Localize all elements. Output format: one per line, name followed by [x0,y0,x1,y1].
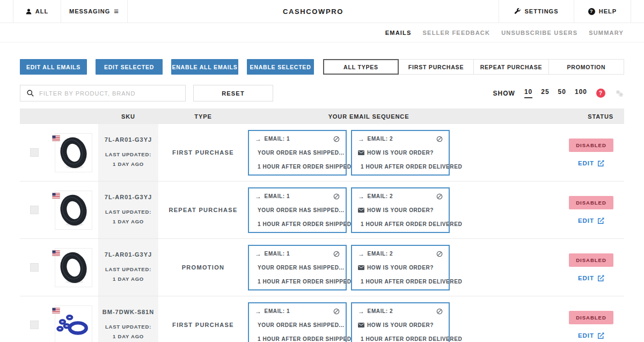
email-card-2: → EMAIL: 2 HOW IS YOUR ORDER? 1 HOUR AFT… [351,245,450,290]
row-checkbox[interactable] [30,263,39,272]
status-badge: DISABLED [569,311,613,324]
product-image-black-ring [56,249,91,286]
show-option[interactable]: 50 [558,88,566,98]
email-card-1: → EMAIL: 1 YOUR ORDER HAS SHIPPED... 1 H… [248,302,347,342]
type-filter-repeat-purchase[interactable]: REPEAT PURCHASE [473,59,549,75]
block-icon [333,251,340,257]
block-icon [436,193,443,200]
email-timing: 1 HOUR AFTER ORDER DELIVERED [361,164,462,170]
tab-summary[interactable]: SUMMARY [589,30,624,36]
section-tabs: EMAILS SELLER FEEDBACK UNSUBSCRIBE USERS… [0,23,644,42]
email-title: EMAIL: 2 [368,251,393,257]
all-label: ALL [35,8,48,14]
edit-label: EDIT [578,217,594,224]
arrow-icon: → [358,193,365,200]
disable-email-button[interactable] [436,308,443,315]
row-type-cell: FIRST PURCHASE [158,322,248,328]
row-select-cell [20,206,55,214]
edit-button[interactable]: EDIT [578,275,604,282]
disable-email-button[interactable] [436,193,443,200]
last-updated: LAST UPDATED: 1 DAY AGO [105,322,151,340]
help-button[interactable]: ? HELP [574,0,631,23]
row-status-cell: DISABLED EDIT [558,253,624,282]
row-type-cell: PROMOTION [158,264,248,271]
envelope-icon [358,208,364,213]
show-option[interactable]: 100 [575,88,587,98]
disable-email-button[interactable] [436,136,443,142]
row-type-cell: REPEAT PURCHASE [158,207,248,213]
edit-icon [597,160,604,167]
email-timing-line: 1 HOUR AFTER ORDER SHIPPED [255,279,340,285]
enable-selected-button[interactable]: ENABLE SELECTED [247,59,314,75]
email-timing-line: 1 HOUR AFTER ORDER DELIVERED [358,164,443,170]
reset-button[interactable]: RESET [193,85,273,101]
edit-icon [597,217,604,224]
edit-label: EDIT [578,275,594,281]
edit-selected-button[interactable]: EDIT SELECTED [96,59,163,75]
row-email-sequence: → EMAIL: 1 YOUR ORDER HAS SHIPPED... 1 H… [248,187,558,233]
email-timing-line: 1 HOUR AFTER ORDER SHIPPED [255,336,340,342]
disable-email-button[interactable] [333,251,340,257]
last-updated: LAST UPDATED: 1 DAY AGO [105,150,151,168]
edit-label: EDIT [578,332,594,339]
last-updated-value: 1 DAY AGO [105,274,151,283]
email-title: EMAIL: 1 [265,308,290,314]
header-type: TYPE [158,113,248,120]
email-subject: YOUR ORDER HAS SHIPPED... [258,265,345,271]
edit-button[interactable]: EDIT [578,160,604,167]
email-timing: 1 HOUR AFTER ORDER SHIPPED [258,221,352,227]
show-option[interactable]: 10 [524,88,532,98]
disable-email-button[interactable] [436,251,443,257]
email-timing-line: 1 HOUR AFTER ORDER DELIVERED [358,279,443,285]
email-timing: 1 HOUR AFTER ORDER DELIVERED [361,279,462,285]
row-checkbox[interactable] [30,321,39,329]
row-select-cell [20,148,55,157]
edit-button[interactable]: EDIT [578,332,604,339]
gears-icon[interactable] [614,90,624,97]
disable-email-button[interactable] [333,136,340,142]
bulk-actions: EDIT ALL EMAILS EDIT SELECTED ENABLE ALL… [20,59,314,75]
type-filter-promotion[interactable]: PROMOTION [548,59,624,75]
email-timing: 1 HOUR AFTER ORDER DELIVERED [361,336,462,342]
tab-emails[interactable]: EMAILS [385,30,412,36]
email-card-title-line: → EMAIL: 2 [358,308,443,315]
row-sku-cell: 7L-AR01-G3YJ LAST UPDATED: 1 DAY AGO [98,239,158,296]
email-subject-line: HOW IS YOUR ORDER? [358,322,443,328]
tab-unsubscribe-users[interactable]: UNSUBSCRIBE USERS [501,30,577,36]
edit-all-emails-button[interactable]: EDIT ALL EMAILS [20,59,87,75]
disable-email-button[interactable] [333,193,340,200]
block-icon [436,308,443,315]
edit-button[interactable]: EDIT [578,217,604,224]
row-email-sequence: → EMAIL: 1 YOUR ORDER HAS SHIPPED... 1 H… [248,245,558,290]
header-sequence: YOUR EMAIL SEQUENCE [248,113,558,120]
arrow-icon: → [358,251,365,257]
sku-value: 7L-AR01-G3YJ [105,136,152,143]
search-input[interactable] [39,90,179,97]
row-sku-cell: 7L-AR01-G3YJ LAST UPDATED: 1 DAY AGO [98,124,158,181]
edit-icon [597,275,604,282]
row-checkbox[interactable] [30,206,39,214]
topbar-spacer [0,0,13,23]
edit-label: EDIT [578,160,594,166]
type-filter-all-types[interactable]: ALL TYPES [323,59,399,75]
show-option[interactable]: 25 [541,88,549,98]
messaging-menu-button[interactable]: MESSAGING ≡ [61,0,127,23]
help-icon-red[interactable]: ? [596,89,605,98]
last-updated: LAST UPDATED: 1 DAY AGO [105,207,151,225]
enable-all-emails-button[interactable]: ENABLE ALL EMAILS [171,59,238,75]
tab-seller-feedback[interactable]: SELLER FEEDBACK [423,30,491,36]
email-card-title-line: → EMAIL: 2 [358,251,443,257]
table-row: 7L-AR01-G3YJ LAST UPDATED: 1 DAY AGO REP… [20,181,624,239]
email-subject-line: HOW IS YOUR ORDER? [358,150,443,156]
email-subject-line: HOW IS YOUR ORDER? [358,207,443,213]
type-filter-first-purchase[interactable]: FIRST PURCHASE [398,59,474,75]
settings-button[interactable]: SETTINGS [499,0,574,23]
row-type-cell: FIRST PURCHASE [158,149,248,156]
all-menu-button[interactable]: ALL [13,0,61,23]
email-card-1: → EMAIL: 1 YOUR ORDER HAS SHIPPED... 1 H… [248,130,347,176]
email-timing: 1 HOUR AFTER ORDER DELIVERED [361,221,462,227]
last-updated-value: 1 DAY AGO [105,159,151,169]
us-flag-icon [52,193,60,199]
row-checkbox[interactable] [30,148,39,157]
disable-email-button[interactable] [333,308,340,315]
